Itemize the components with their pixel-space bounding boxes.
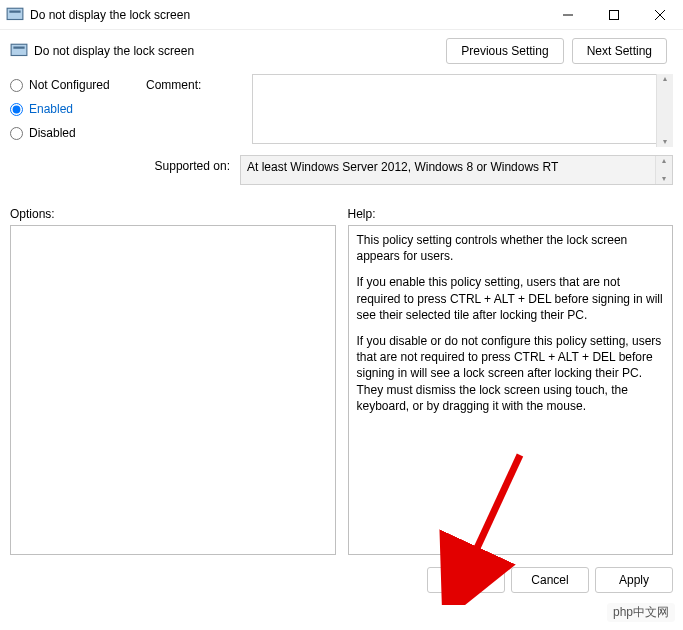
radio-not-configured-label: Not Configured	[29, 78, 110, 92]
radio-disabled-label: Disabled	[29, 126, 76, 140]
window-title: Do not display the lock screen	[30, 8, 545, 22]
scroll-down-icon[interactable]: ▾	[657, 137, 673, 147]
svg-rect-0	[7, 8, 23, 19]
svg-rect-7	[13, 47, 24, 49]
radio-enabled-input[interactable]	[10, 103, 23, 116]
radio-disabled-input[interactable]	[10, 127, 23, 140]
radio-not-configured-input[interactable]	[10, 79, 23, 92]
state-radio-group: Not Configured Enabled Disabled	[10, 74, 140, 140]
radio-disabled[interactable]: Disabled	[10, 126, 140, 140]
comment-textarea[interactable]	[252, 74, 673, 144]
cancel-button[interactable]: Cancel	[511, 567, 589, 593]
watermark: php中文网	[607, 603, 675, 622]
scroll-down-icon[interactable]: ▾	[656, 174, 672, 184]
minimize-button[interactable]	[545, 0, 591, 30]
previous-setting-button[interactable]: Previous Setting	[446, 38, 563, 64]
help-box: This policy setting controls whether the…	[348, 225, 674, 555]
options-label: Options:	[10, 207, 336, 221]
help-paragraph: If you disable or do not configure this …	[357, 333, 665, 414]
scrollbar[interactable]: ▴ ▾	[655, 156, 672, 184]
next-setting-button[interactable]: Next Setting	[572, 38, 667, 64]
radio-enabled[interactable]: Enabled	[10, 102, 140, 116]
supported-on-text: At least Windows Server 2012, Windows 8 …	[247, 160, 558, 174]
scrollbar[interactable]: ▴ ▾	[656, 74, 673, 147]
radio-not-configured[interactable]: Not Configured	[10, 78, 140, 92]
window-controls	[545, 0, 683, 30]
ok-button[interactable]: OK	[427, 567, 505, 593]
titlebar: Do not display the lock screen	[0, 0, 683, 30]
policy-icon	[10, 42, 28, 60]
help-paragraph: This policy setting controls whether the…	[357, 232, 665, 264]
radio-enabled-label: Enabled	[29, 102, 73, 116]
maximize-button[interactable]	[591, 0, 637, 30]
apply-button[interactable]: Apply	[595, 567, 673, 593]
policy-icon	[6, 6, 24, 24]
close-button[interactable]	[637, 0, 683, 30]
comment-label: Comment:	[146, 74, 246, 92]
supported-on-box: At least Windows Server 2012, Windows 8 …	[240, 155, 673, 185]
help-label: Help:	[348, 207, 674, 221]
svg-rect-1	[9, 10, 20, 12]
scroll-up-icon[interactable]: ▴	[656, 156, 672, 166]
svg-rect-3	[610, 10, 619, 19]
options-box	[10, 225, 336, 555]
scroll-up-icon[interactable]: ▴	[657, 74, 673, 84]
policy-name: Do not display the lock screen	[34, 44, 446, 58]
supported-on-label: Supported on:	[10, 155, 240, 173]
svg-rect-6	[11, 44, 27, 55]
help-paragraph: If you enable this policy setting, users…	[357, 274, 665, 323]
